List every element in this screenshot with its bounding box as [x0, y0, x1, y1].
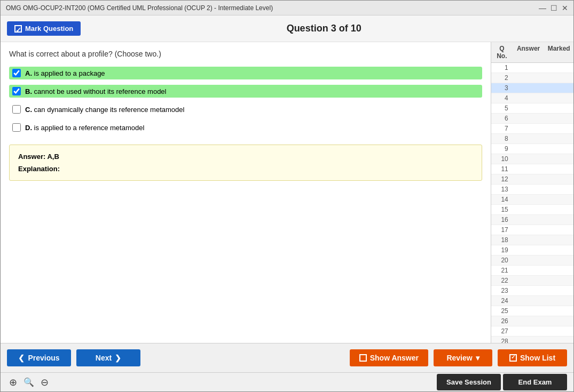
next-button[interactable]: Next ❯ — [76, 349, 140, 366]
option-b-row[interactable]: B. cannot be used without its reference … — [9, 85, 482, 98]
sidebar: Q No. Answer Marked 1 2 3 4 5 6 — [491, 42, 573, 343]
sidebar-row[interactable]: 28 — [491, 337, 573, 343]
show-list-button[interactable]: ✓ Show List — [498, 349, 567, 366]
sidebar-qno: 13 — [491, 186, 513, 193]
option-b-checkbox[interactable] — [12, 87, 21, 95]
sidebar-qno: 16 — [491, 216, 513, 223]
sidebar-row[interactable]: 14 — [491, 195, 573, 205]
sidebar-row[interactable]: 19 — [491, 245, 573, 255]
sidebar-row[interactable]: 16 — [491, 215, 573, 225]
option-d-label: D. is applied to a reference metamodel — [25, 124, 144, 132]
sidebar-qno: 1 — [491, 64, 513, 71]
sidebar-row[interactable]: 21 — [491, 266, 573, 276]
sidebar-header-qno: Q No. — [491, 42, 513, 62]
sidebar-qno: 22 — [491, 277, 513, 284]
zoom-bar: ⊕ 🔍 ⊖ Save Session End Exam — [1, 372, 573, 391]
option-b-label: B. cannot be used without its reference … — [25, 87, 166, 95]
sidebar-row[interactable]: 10 — [491, 154, 573, 164]
show-answer-button[interactable]: Show Answer — [350, 349, 428, 366]
sidebar-row[interactable]: 13 — [491, 185, 573, 195]
sidebar-qno: 3 — [491, 84, 513, 92]
sidebar-qno: 19 — [491, 246, 513, 254]
sidebar-row[interactable]: 1 — [491, 63, 573, 73]
next-label: Next — [96, 354, 112, 362]
option-c-row[interactable]: C. can dynamically change its reference … — [9, 103, 482, 116]
sidebar-list[interactable]: 1 2 3 4 5 6 7 8 — [491, 63, 573, 343]
answer-box: Answer: A,B Explanation: — [9, 145, 482, 181]
sidebar-qno: 8 — [491, 135, 513, 142]
minimize-icon[interactable]: — — [539, 4, 546, 12]
sidebar-row[interactable]: 23 — [491, 286, 573, 296]
review-button[interactable]: Review ▾ — [434, 349, 492, 366]
sidebar-row[interactable]: 2 — [491, 73, 573, 83]
bottom-section: ❮ Previous Next ❯ Show Answer Review ▾ ✓… — [1, 343, 573, 391]
sidebar-row[interactable]: 12 — [491, 174, 573, 185]
zoom-reset-icon: 🔍 — [23, 378, 34, 387]
sidebar-row[interactable]: 9 — [491, 144, 573, 154]
zoom-out-button[interactable]: ⊖ — [38, 375, 51, 389]
show-list-checkbox-icon: ✓ — [509, 354, 517, 362]
sidebar-row[interactable]: 3 — [491, 83, 573, 93]
question-text: What is correct about a profile? (Choose… — [9, 50, 482, 58]
sidebar-row[interactable]: 15 — [491, 205, 573, 215]
sidebar-qno: 25 — [491, 307, 513, 315]
sidebar-header: Q No. Answer Marked — [491, 42, 573, 63]
option-d-row[interactable]: D. is applied to a reference metamodel — [9, 121, 482, 134]
sidebar-row[interactable]: 26 — [491, 316, 573, 326]
zoom-in-icon: ⊕ — [9, 377, 17, 388]
sidebar-row[interactable]: 25 — [491, 306, 573, 316]
sidebar-row[interactable]: 18 — [491, 235, 573, 245]
option-a-checkbox[interactable] — [12, 69, 21, 77]
show-answer-label: Show Answer — [370, 354, 419, 362]
sidebar-qno: 23 — [491, 287, 513, 294]
option-a-row[interactable]: A. is applied to a package — [9, 67, 482, 79]
save-session-label: Save Session — [446, 378, 491, 386]
previous-button[interactable]: ❮ Previous — [7, 349, 71, 366]
previous-label: Previous — [28, 354, 59, 362]
zoom-in-button[interactable]: ⊕ — [7, 375, 19, 389]
sidebar-header-answer: Answer — [513, 42, 545, 62]
end-exam-button[interactable]: End Exam — [503, 374, 567, 390]
option-c-checkbox[interactable] — [12, 105, 21, 114]
sidebar-row[interactable]: 20 — [491, 255, 573, 266]
sidebar-qno: 24 — [491, 297, 513, 305]
toolbar: ✓ Mark Question Question 3 of 10 — [1, 15, 573, 42]
mark-checkbox-icon: ✓ — [14, 25, 22, 33]
option-c-label: C. can dynamically change its reference … — [25, 106, 184, 114]
zoom-reset-button[interactable]: 🔍 — [21, 375, 36, 389]
review-label: Review — [446, 354, 472, 362]
maximize-icon[interactable]: ☐ — [551, 4, 557, 12]
arrow-left-icon: ❮ — [18, 354, 25, 362]
close-icon[interactable]: ✕ — [562, 4, 568, 12]
sidebar-qno: 11 — [491, 165, 513, 173]
mark-question-button[interactable]: ✓ Mark Question — [7, 21, 81, 36]
sidebar-row[interactable]: 11 — [491, 164, 573, 174]
sidebar-qno: 26 — [491, 317, 513, 325]
sidebar-row[interactable]: 7 — [491, 124, 573, 134]
sidebar-qno: 9 — [491, 145, 513, 153]
sidebar-qno: 27 — [491, 327, 513, 335]
sidebar-qno: 5 — [491, 105, 513, 112]
sidebar-row[interactable]: 17 — [491, 225, 573, 235]
sidebar-row[interactable]: 27 — [491, 326, 573, 337]
sidebar-qno: 15 — [491, 206, 513, 213]
sidebar-qno: 6 — [491, 115, 513, 122]
sidebar-qno: 4 — [491, 94, 513, 102]
sidebar-row[interactable]: 8 — [491, 134, 573, 144]
main-window: OMG OMG-OCUP2-INT200 (OMG Certified UML … — [0, 0, 574, 392]
sidebar-row[interactable]: 22 — [491, 276, 573, 286]
sidebar-row[interactable]: 6 — [491, 114, 573, 124]
show-list-label: Show List — [520, 354, 555, 362]
sidebar-row[interactable]: 24 — [491, 296, 573, 306]
sidebar-qno: 12 — [491, 175, 513, 183]
sidebar-row[interactable]: 4 — [491, 93, 573, 103]
option-d-checkbox[interactable] — [12, 123, 21, 132]
sidebar-qno: 7 — [491, 125, 513, 132]
save-session-button[interactable]: Save Session — [437, 374, 501, 390]
sidebar-header-marked: Marked — [544, 42, 573, 62]
sidebar-row[interactable]: 5 — [491, 103, 573, 114]
sidebar-qno: 18 — [491, 236, 513, 244]
bottom-bar: ❮ Previous Next ❯ Show Answer Review ▾ ✓… — [1, 343, 573, 372]
main-content: What is correct about a profile? (Choose… — [1, 42, 573, 343]
explanation-label: Explanation: — [18, 165, 473, 173]
